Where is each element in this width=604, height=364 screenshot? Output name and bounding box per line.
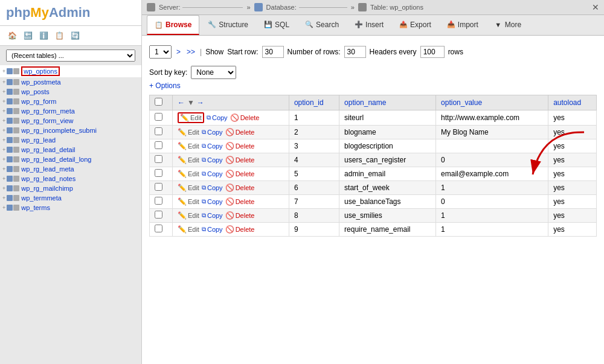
options-link[interactable]: + Options bbox=[149, 81, 181, 90]
tab-import[interactable]: 📥 Import bbox=[440, 16, 486, 35]
sidebar-item-wp_rg_mailchimp[interactable]: + wp_rg_mailchimp bbox=[0, 184, 141, 193]
recent-tables-select[interactable]: (Recent tables) ... bbox=[6, 49, 135, 62]
delete-button-5[interactable]: 🚫 Delete bbox=[225, 170, 255, 178]
sidebar-item-wp_postmeta[interactable]: + wp_postmeta bbox=[0, 77, 141, 87]
delete-button-3[interactable]: 🚫 Delete bbox=[225, 142, 255, 150]
sidebar-item-wp_rg_lead_meta[interactable]: + wp_rg_lead_meta bbox=[0, 164, 141, 174]
info-icon[interactable]: ℹ️ bbox=[37, 30, 50, 42]
tab-browse[interactable]: 📋 Browse bbox=[147, 15, 199, 35]
copy-button-3[interactable]: ⧉ Copy bbox=[202, 142, 223, 150]
row-select-9[interactable] bbox=[155, 225, 162, 232]
copy-button-6[interactable]: ⧉ Copy bbox=[202, 184, 223, 191]
edit-button-7[interactable]: ✏️ Edit bbox=[178, 197, 199, 206]
table-link-wp_posts[interactable]: wp_posts bbox=[21, 88, 49, 95]
sidebar-item-wp_rg_form_meta[interactable]: + wp_rg_form_meta bbox=[0, 106, 141, 116]
edit-button-1[interactable]: ✏️ Edit bbox=[178, 112, 204, 123]
table-link-wp_rg_form_meta[interactable]: wp_rg_form_meta bbox=[21, 107, 75, 115]
nav-next-button[interactable]: > bbox=[175, 48, 182, 56]
sidebar-item-wp_rg_lead[interactable]: + wp_rg_lead bbox=[0, 135, 141, 145]
table-link-wp_postmeta[interactable]: wp_postmeta bbox=[21, 78, 60, 86]
sidebar-item-wp_rg_form_view[interactable]: + wp_rg_form_view bbox=[0, 116, 141, 126]
back-icon[interactable]: 🔙 bbox=[22, 30, 34, 42]
edit-button-4[interactable]: ✏️ Edit bbox=[178, 156, 199, 164]
col-header-option-id[interactable]: option_id bbox=[289, 95, 339, 110]
sidebar-item-wp_terms[interactable]: + wp_terms bbox=[0, 203, 141, 212]
edit-button-2[interactable]: ✏️ Edit bbox=[178, 128, 199, 136]
sort-select[interactable]: None bbox=[191, 66, 236, 79]
row-select-3[interactable] bbox=[155, 141, 162, 149]
col-header-autoload[interactable]: autoload bbox=[548, 95, 597, 110]
table-link-wp_rg_form_view[interactable]: wp_rg_form_view bbox=[21, 117, 73, 124]
copy-button-8[interactable]: ⧉ Copy bbox=[202, 212, 223, 219]
row-checkbox-3 bbox=[150, 139, 173, 153]
tab-export[interactable]: 📤 Export bbox=[392, 16, 439, 35]
tab-structure[interactable]: 🔧 Structure bbox=[201, 16, 255, 35]
num-rows-input[interactable] bbox=[344, 46, 366, 58]
tab-sql[interactable]: 💾 SQL bbox=[257, 16, 297, 35]
sidebar-item-wp_posts[interactable]: + wp_posts bbox=[0, 87, 141, 97]
tab-more[interactable]: ▼ More bbox=[487, 16, 528, 35]
sidebar-item-wp_rg_lead_detail_long[interactable]: + wp_rg_lead_detail_long bbox=[0, 155, 141, 164]
delete-button-4[interactable]: 🚫 Delete bbox=[225, 156, 255, 164]
sidebar-item-wp_rg_incomplete_submi[interactable]: + wp_rg_incomplete_submi bbox=[0, 126, 141, 135]
select-all-checkbox[interactable] bbox=[155, 98, 162, 106]
page-select[interactable]: 1 bbox=[149, 45, 172, 59]
col-nav-left[interactable]: ← bbox=[178, 98, 185, 107]
sidebar-item-wp_rg_form[interactable]: + wp_rg_form bbox=[0, 97, 141, 106]
copy-button-7[interactable]: ⧉ Copy bbox=[202, 198, 223, 205]
table-link-wp_rg_lead_detail[interactable]: wp_rg_lead_detail bbox=[21, 146, 75, 153]
delete-button-1[interactable]: 🚫 Delete bbox=[230, 113, 260, 122]
nav-last-button[interactable]: >> bbox=[185, 48, 196, 56]
row-select-1[interactable] bbox=[155, 113, 162, 121]
delete-button-7[interactable]: 🚫 Delete bbox=[225, 197, 255, 206]
table-link-wp_rg_lead[interactable]: wp_rg_lead bbox=[21, 136, 56, 144]
col-sort-icon[interactable]: ▼ bbox=[187, 98, 194, 107]
table-link-wp_rg_lead_meta[interactable]: wp_rg_lead_meta bbox=[21, 165, 74, 173]
col-header-option-value[interactable]: option_value bbox=[436, 95, 548, 110]
delete-button-6[interactable]: 🚫 Delete bbox=[225, 184, 255, 192]
home-icon[interactable]: 🏠 bbox=[6, 30, 18, 42]
row-select-4[interactable] bbox=[155, 155, 162, 163]
edit-button-3[interactable]: ✏️ Edit bbox=[178, 142, 199, 150]
row-select-7[interactable] bbox=[155, 197, 162, 205]
table-link-wp_termmeta[interactable]: wp_termmeta bbox=[21, 194, 62, 202]
delete-button-8[interactable]: 🚫 Delete bbox=[225, 211, 255, 220]
copy-button-2[interactable]: ⧉ Copy bbox=[202, 129, 223, 136]
copy-icon[interactable]: 📋 bbox=[53, 30, 65, 42]
table-link-wp_rg_lead_notes[interactable]: wp_rg_lead_notes bbox=[21, 175, 76, 182]
table-link-wp_rg_incomplete_submi[interactable]: wp_rg_incomplete_submi bbox=[21, 127, 97, 134]
edit-button-9[interactable]: ✏️ Edit bbox=[178, 225, 199, 234]
start-row-input[interactable] bbox=[262, 46, 284, 58]
headers-input[interactable] bbox=[420, 46, 445, 58]
delete-button-9[interactable]: 🚫 Delete bbox=[225, 225, 255, 234]
sidebar-item-wp_rg_lead_detail[interactable]: + wp_rg_lead_detail bbox=[0, 145, 141, 155]
edit-button-5[interactable]: ✏️ Edit bbox=[178, 170, 199, 178]
table-link-wp_rg_mailchimp[interactable]: wp_rg_mailchimp bbox=[21, 185, 73, 192]
sidebar-item-wp_rg_lead_notes[interactable]: + wp_rg_lead_notes bbox=[0, 174, 141, 184]
col-nav-right[interactable]: → bbox=[197, 98, 204, 107]
table-link-wp_rg_lead_detail_long[interactable]: wp_rg_lead_detail_long bbox=[21, 156, 91, 163]
copy-button-1[interactable]: ⧉ Copy bbox=[207, 114, 228, 121]
tab-search[interactable]: 🔍 Search bbox=[298, 16, 346, 35]
delete-label-2: Delete bbox=[236, 129, 255, 136]
row-select-2[interactable] bbox=[155, 127, 162, 135]
edit-button-8[interactable]: ✏️ Edit bbox=[178, 211, 199, 220]
row-select-8[interactable] bbox=[155, 211, 162, 219]
row-select-6[interactable] bbox=[155, 183, 162, 191]
copy-button-5[interactable]: ⧉ Copy bbox=[202, 170, 223, 177]
copy-button-4[interactable]: ⧉ Copy bbox=[202, 156, 223, 164]
col-header-option-name[interactable]: option_name bbox=[339, 95, 436, 110]
table-link-wp_rg_form[interactable]: wp_rg_form bbox=[21, 98, 56, 105]
refresh-icon[interactable]: 🔄 bbox=[69, 30, 81, 42]
table-link-wp_options[interactable]: wp_options bbox=[21, 66, 60, 76]
tab-insert[interactable]: ➕ Insert bbox=[347, 16, 391, 35]
edit-button-6[interactable]: ✏️ Edit bbox=[178, 184, 199, 192]
row-select-5[interactable] bbox=[155, 169, 162, 177]
sidebar-item-wp_termmeta[interactable]: + wp_termmeta bbox=[0, 193, 141, 203]
delete-button-2[interactable]: 🚫 Delete bbox=[225, 128, 255, 136]
table-link-wp_terms[interactable]: wp_terms bbox=[21, 204, 50, 211]
copy-button-9[interactable]: ⧉ Copy bbox=[202, 226, 223, 233]
close-button[interactable]: ✕ bbox=[592, 2, 599, 12]
recent-tables-dropdown[interactable]: (Recent tables) ... bbox=[6, 49, 135, 62]
sidebar-item-wp_options[interactable]: + wp_options bbox=[0, 65, 141, 77]
